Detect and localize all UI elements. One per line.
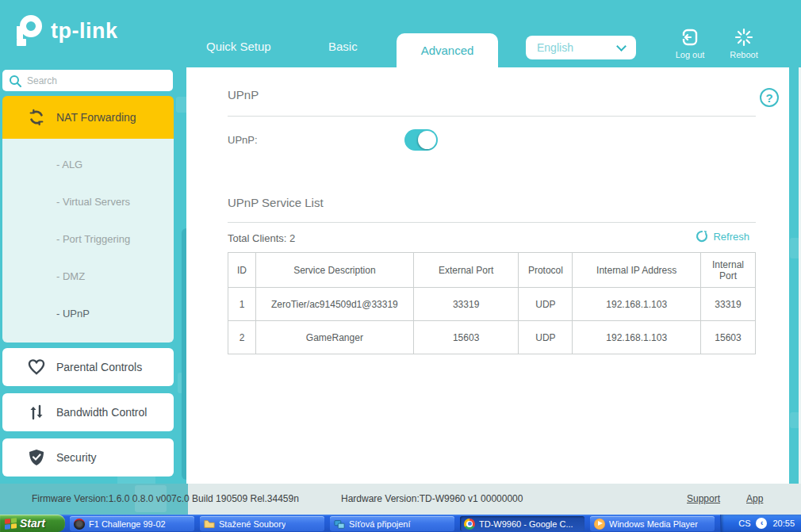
sidebar-item-label: Bandwidth Control: [56, 406, 147, 419]
sidebar-subitem-virtual-servers[interactable]: - Virtual Servers: [2, 183, 174, 220]
folder-icon: [204, 519, 215, 530]
table-header-row: ID Service Description External Port Pro…: [228, 253, 756, 288]
col-header-service-description: Service Description: [255, 253, 413, 288]
refresh-button[interactable]: Refresh: [696, 230, 749, 243]
col-header-external-port: External Port: [413, 253, 519, 288]
table-row: 2 GameRanger 15603 UDP 192.168.1.103 156…: [228, 321, 756, 354]
divider: [228, 116, 756, 117]
total-clients-label: Total Clients: 2: [228, 232, 295, 244]
upnp-toggle[interactable]: [404, 129, 438, 151]
col-header-protocol: Protocol: [519, 253, 573, 288]
cell-protocol: UDP: [519, 288, 573, 321]
taskbar-button-f1-challenge[interactable]: F1 Challenge 99-02: [70, 516, 194, 531]
taskbar-button-chrome-td-w9960[interactable]: TD-W9960 - Google C...: [460, 516, 584, 531]
refresh-icon: [696, 230, 708, 243]
help-icon[interactable]: ?: [760, 88, 779, 107]
f1-game-icon: [74, 519, 85, 530]
arrows-up-down-icon: [26, 404, 47, 420]
divider: [228, 222, 756, 223]
router-admin-page: tp-link Quick Setup Basic Advanced Engli…: [0, 0, 801, 532]
main-content: UPnP ? UPnP: UPnP Service List Total Cli…: [186, 67, 789, 484]
section-title-service-list: UPnP Service List: [228, 196, 324, 209]
table-row: 1 ZeroTier/ac914509d1@33319 33319 UDP 19…: [228, 288, 756, 321]
heart-icon: [26, 359, 47, 375]
sidebar-subitem-dmz[interactable]: - DMZ: [2, 258, 174, 295]
hardware-version: Hardware Version:TD-W9960 v1 00000000: [341, 493, 523, 504]
reboot-label: Reboot: [719, 50, 769, 59]
tplink-logo: tp-link: [10, 13, 118, 49]
cell-service-description: GameRanger: [255, 321, 413, 354]
tab-advanced[interactable]: Advanced: [397, 33, 498, 67]
footer: Firmware Version:1.6.0 0.8.0 v007c.0 Bui…: [0, 484, 801, 515]
support-link[interactable]: Support: [687, 493, 720, 504]
start-label: Start: [20, 517, 45, 530]
sidebar-item-security[interactable]: Security: [2, 438, 174, 477]
cell-internal-port: 33319: [701, 288, 756, 321]
taskbar-button-network-connections[interactable]: Síťová připojení: [330, 516, 454, 531]
clock: 20:55: [772, 519, 795, 528]
logout-label: Log out: [665, 50, 715, 59]
hide-icons-chevron-icon[interactable]: ‹: [756, 518, 767, 529]
nat-forwarding-icon: [26, 109, 47, 126]
sidebar-item-parental-controls[interactable]: Parental Controls: [2, 348, 174, 386]
cell-external-port: 15603: [413, 321, 519, 354]
chevron-down-icon: [616, 41, 627, 52]
system-tray: CS ‹ 20:55: [720, 515, 801, 532]
sidebar-subitem-upnp[interactable]: - UPnP: [2, 295, 174, 332]
upnp-service-table: ID Service Description External Port Pro…: [228, 252, 756, 354]
firmware-version: Firmware Version:1.6.0 0.8.0 v007c.0 Bui…: [32, 493, 299, 504]
taskbar-button-media-player[interactable]: Windows Media Player: [590, 516, 715, 531]
cell-internal-port: 15603: [701, 321, 756, 354]
language-dropdown[interactable]: English: [526, 36, 636, 59]
col-header-internal-port: Internal Port: [701, 253, 756, 288]
windows-flag-icon: [5, 518, 17, 530]
taskbar-button-label: F1 Challenge 99-02: [89, 519, 166, 529]
section-title-upnp: UPnP: [228, 88, 259, 101]
sidebar-item-label: Security: [56, 451, 97, 464]
sidebar-item-label: Parental Controls: [56, 361, 142, 373]
cell-id: 1: [228, 288, 256, 321]
cell-service-description: ZeroTier/ac914509d1@33319: [255, 288, 413, 321]
col-header-id: ID: [228, 253, 256, 288]
logout-button[interactable]: Log out: [665, 27, 715, 59]
sidebar-subitem-port-triggering[interactable]: - Port Triggering: [2, 220, 174, 258]
col-header-internal-ip: Internal IP Address: [573, 253, 701, 288]
upnp-field-label: UPnP:: [228, 134, 258, 146]
logo-text: tp-link: [51, 19, 118, 44]
language-value: English: [537, 41, 618, 54]
toggle-knob: [418, 131, 436, 149]
taskbar-button-label: Síťová připojení: [349, 519, 411, 529]
cell-internal-ip: 192.168.1.103: [573, 288, 701, 321]
tab-basic[interactable]: Basic: [328, 40, 358, 53]
app-link[interactable]: App: [746, 493, 763, 504]
language-indicator[interactable]: CS: [738, 519, 750, 528]
taskbar-button-label: TD-W9960 - Google C...: [479, 519, 573, 529]
windows-taskbar: Start F1 Challenge 99-02 Stažené Soubory: [0, 515, 801, 532]
cell-id: 2: [228, 321, 256, 354]
media-player-icon: [594, 519, 605, 530]
cell-internal-ip: 192.168.1.103: [573, 321, 701, 354]
taskbar-button-label: Windows Media Player: [609, 519, 698, 529]
logout-icon: [665, 27, 715, 48]
refresh-label: Refresh: [713, 231, 749, 243]
network-connections-icon: [334, 519, 345, 530]
nat-submenu: - ALG - Virtual Servers - Port Triggerin…: [2, 139, 174, 343]
sidebar-item-nat-forwarding[interactable]: NAT Forwarding: [2, 96, 174, 139]
sidebar-subitem-alg[interactable]: - ALG: [2, 146, 174, 183]
cell-protocol: UDP: [519, 321, 573, 354]
taskbar-button-downloads-folder[interactable]: Stažené Soubory: [200, 516, 324, 531]
reboot-icon: [719, 27, 769, 48]
header: tp-link Quick Setup Basic Advanced Engli…: [0, 0, 801, 67]
sidebar-item-bandwidth-control[interactable]: Bandwidth Control: [2, 393, 174, 431]
search-input[interactable]: [27, 75, 167, 86]
tab-quick-setup[interactable]: Quick Setup: [206, 40, 271, 53]
sidebar-item-label: NAT Forwarding: [56, 111, 136, 124]
reboot-button[interactable]: Reboot: [719, 27, 769, 59]
start-button[interactable]: Start: [0, 515, 65, 532]
tplink-logo-icon: [10, 13, 46, 49]
cell-external-port: 33319: [413, 288, 519, 321]
chrome-icon: [464, 519, 475, 530]
shield-check-icon: [26, 449, 47, 466]
search-box[interactable]: [2, 70, 173, 91]
search-icon: [9, 75, 21, 87]
